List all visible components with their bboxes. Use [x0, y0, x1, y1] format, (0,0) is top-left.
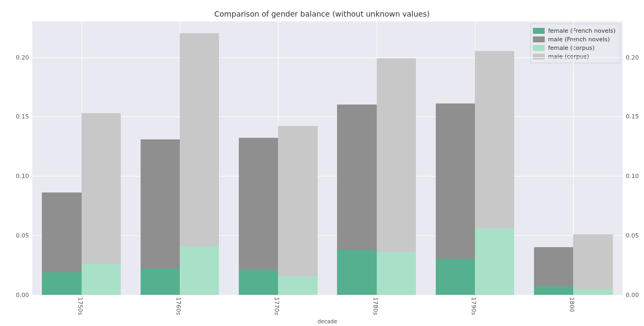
bar-female-corpus-: [377, 252, 416, 295]
legend-item: male (corpus): [533, 52, 616, 61]
ytick-left: 0.00: [2, 292, 29, 299]
legend-label: female (French novels): [548, 27, 616, 34]
chart-container: Comparison of gender balance (without un…: [0, 0, 644, 326]
legend-item: male (French novels): [533, 35, 616, 43]
bar-female-corpus-: [475, 228, 514, 295]
ytick-left: 0.20: [2, 54, 29, 61]
legend-label: female (corpus): [548, 45, 595, 51]
bar-male-corpus-: [573, 234, 612, 295]
bar-female-french-novels-: [534, 286, 573, 295]
legend-label: male (corpus): [548, 53, 589, 60]
legend-item: female (corpus): [533, 43, 616, 52]
bar-female-corpus-: [573, 289, 612, 295]
xtick-label: 1800: [568, 297, 575, 312]
gridline-h: [32, 57, 623, 58]
legend-label: male (French novels): [548, 36, 610, 43]
legend-item: female (French novels): [533, 26, 616, 35]
xtick-label: 1760s: [175, 297, 182, 315]
gridline-h: [32, 176, 623, 176]
ytick-right: 0.00: [626, 292, 639, 299]
bar-female-corpus-: [278, 276, 317, 295]
xtick-label: 1770s: [273, 297, 280, 315]
ytick-left: 0.15: [2, 113, 29, 120]
bar-female-corpus-: [82, 264, 121, 295]
bar-female-corpus-: [180, 246, 219, 295]
bar-male-corpus-: [278, 126, 317, 295]
ytick-left: 0.10: [2, 173, 29, 180]
x-axis-label: decade: [32, 318, 623, 324]
bar-female-french-novels-: [239, 270, 278, 295]
xtick-label: 1750s: [77, 297, 84, 315]
plot-area: female (French novels)male (French novel…: [32, 21, 623, 295]
xtick-label: 1780s: [372, 297, 379, 315]
ytick-right: 0.20: [626, 54, 639, 61]
legend-swatch: [533, 54, 545, 60]
gridline-h: [32, 116, 623, 117]
bar-female-french-novels-: [42, 272, 81, 295]
legend-swatch: [533, 28, 545, 34]
ytick-right: 0.10: [626, 173, 639, 180]
chart-title: Comparison of gender balance (without un…: [0, 10, 644, 18]
bar-female-french-novels-: [337, 250, 376, 295]
ytick-left: 0.05: [2, 232, 29, 239]
xtick-label: 1790s: [470, 297, 477, 315]
bar-female-french-novels-: [141, 269, 180, 295]
gridline-h: [32, 295, 623, 295]
ytick-right: 0.15: [626, 113, 639, 120]
legend-swatch: [533, 45, 545, 51]
bar-female-french-novels-: [436, 259, 475, 295]
ytick-right: 0.05: [626, 232, 639, 239]
legend-swatch: [533, 36, 545, 42]
gridline-h: [32, 235, 623, 236]
